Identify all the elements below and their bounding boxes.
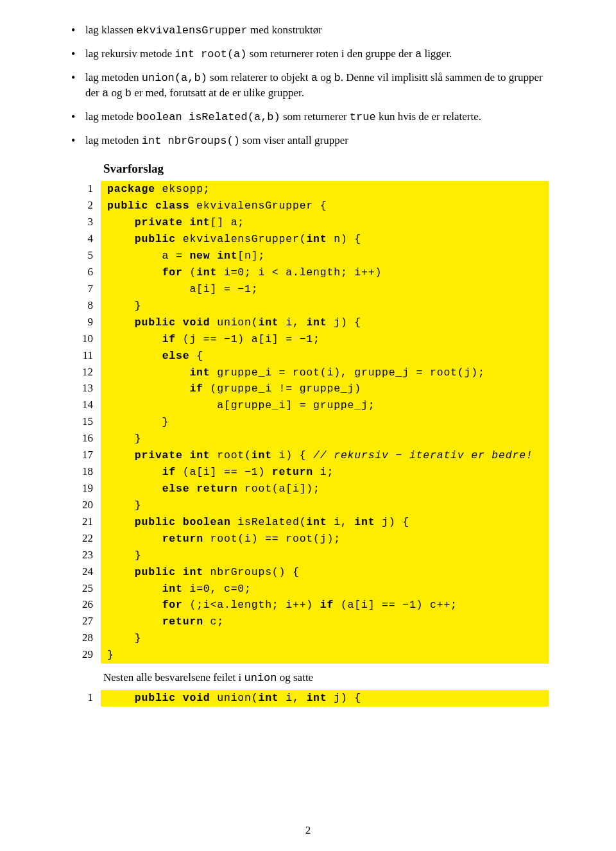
code-cell: } [101,298,549,314]
code-cell: else { [101,348,549,365]
code-line: 18 if (a[i] == −1) return i; [67,464,549,481]
code-cell: } [101,497,549,514]
line-number: 12 [67,365,101,380]
page: lag klassen ekvivalensGrupper med konstr… [0,0,616,851]
page-number: 2 [0,823,616,838]
code-line: 3 private int[] a; [67,214,549,231]
code-cell: if (j == −1) a[i] = −1; [101,331,549,348]
code-cell: } [101,630,549,647]
code-cell: public int nbrGroups() { [101,564,549,581]
code-cell: private int root(int i) { // rekursiv − … [101,447,549,464]
code-line: 13 if (gruppe_i != gruppe_j) [67,381,549,397]
code-line: 17 private int root(int i) { // rekursiv… [67,447,549,464]
code-line: 21 public boolean isRelated(int i, int j… [67,514,549,531]
code-line: 12 int gruppe_i = root(i), gruppe_j = ro… [67,365,549,381]
code-line: 24 public int nbrGroups() { [67,564,549,581]
code-line: 26 for (;i<a.length; i++) if (a[i] == −1… [67,597,549,614]
code-cell: public void union(int i, int j) { [101,690,549,707]
line-number: 8 [67,298,101,313]
line-number: 16 [67,431,101,446]
line-number: 27 [67,614,101,629]
code-line: 28 } [67,630,549,647]
code-block-1: 1package eksopp;2public class ekvivalens… [67,181,549,664]
code-cell: return c; [101,614,549,630]
code-line: 11 else { [67,348,549,365]
line-number: 26 [67,597,101,612]
line-number: 2 [67,198,101,213]
bullet-list: lag klassen ekvivalensGrupper med konstr… [67,22,549,149]
code-line: 22 return root(i) == root(j); [67,531,549,547]
code-cell: a[i] = −1; [101,281,549,298]
line-number: 28 [67,630,101,646]
code-line: 23 } [67,547,549,564]
bullet-item: lag klassen ekvivalensGrupper med konstr… [67,22,549,39]
code-line: 7 a[i] = −1; [67,281,549,298]
bullet-item: lag metoden union(a,b) som relaterer to … [67,70,549,102]
line-number: 11 [67,348,101,363]
code-line: 29} [67,647,549,664]
line-number: 19 [67,481,101,496]
code-line: 20 } [67,497,549,514]
line-number: 7 [67,281,101,297]
code-line: 10 if (j == −1) a[i] = −1; [67,331,549,348]
line-number: 9 [67,314,101,330]
code-cell: public ekvivalensGrupper(int n) { [101,231,549,248]
code-line: 1 public void union(int i, int j) { [67,690,549,707]
line-number: 15 [67,414,101,429]
code-cell: for (;i<a.length; i++) if (a[i] == −1) c… [101,597,549,614]
code-cell: public boolean isRelated(int i, int j) { [101,514,549,531]
code-line: 1package eksopp; [67,181,549,198]
code-line: 2public class ekvivalensGrupper { [67,198,549,214]
code-line: 19 else return root(a[i]); [67,481,549,497]
code-cell: a = new int[n]; [101,248,549,264]
line-number: 6 [67,264,101,280]
bullet-item: lag metoden int nbrGroups() som viser an… [67,133,549,149]
line-number: 25 [67,581,101,596]
code-cell: } [101,414,549,431]
code-cell: else return root(a[i]); [101,481,549,497]
code-cell: package eksopp; [101,181,549,198]
code-line: 27 return c; [67,614,549,630]
line-number: 23 [67,547,101,563]
line-number: 18 [67,464,101,479]
bullet-item: lag metode boolean isRelated(a,b) som re… [67,109,549,125]
line-number: 21 [67,514,101,529]
code-cell: for (int i=0; i < a.length; i++) [101,264,549,281]
code-line: 15 } [67,414,549,431]
code-line: 5 a = new int[n]; [67,248,549,264]
code-cell: } [101,431,549,447]
code-line: 9 public void union(int i, int j) { [67,314,549,331]
code-cell: public void union(int i, int j) { [101,314,549,331]
line-number: 20 [67,497,101,513]
line-number: 1 [67,181,101,196]
line-number: 3 [67,214,101,230]
code-line: 6 for (int i=0; i < a.length; i++) [67,264,549,281]
code-line: 8 } [67,298,549,314]
after-note: Nesten alle besvarelsene feilet i union … [103,670,549,686]
line-number: 13 [67,381,101,396]
line-number: 14 [67,397,101,413]
line-number: 29 [67,647,101,662]
code-cell: private int[] a; [101,214,549,231]
code-cell: } [101,647,549,664]
line-number: 17 [67,447,101,463]
line-number: 1 [67,690,101,705]
code-cell: public class ekvivalensGrupper { [101,198,549,214]
code-line: 25 int i=0, c=0; [67,581,549,597]
section-heading: Svarforslag [103,160,549,178]
code-line: 16 } [67,431,549,447]
code-cell: if (a[i] == −1) return i; [101,464,549,481]
bullet-item: lag rekursiv metode int root(a) som retu… [67,46,549,62]
code-line: 4 public ekvivalensGrupper(int n) { [67,231,549,248]
code-cell: if (gruppe_i != gruppe_j) [101,381,549,397]
line-number: 22 [67,531,101,546]
code-cell: a[gruppe_i] = gruppe_j; [101,397,549,414]
code-cell: return root(i) == root(j); [101,531,549,547]
line-number: 4 [67,231,101,246]
code-cell: int gruppe_i = root(i), gruppe_j = root(… [101,365,549,381]
code-line: 14 a[gruppe_i] = gruppe_j; [67,397,549,414]
code-cell: } [101,547,549,564]
line-number: 5 [67,248,101,263]
line-number: 10 [67,331,101,347]
code-block-2: 1 public void union(int i, int j) { [67,690,549,707]
